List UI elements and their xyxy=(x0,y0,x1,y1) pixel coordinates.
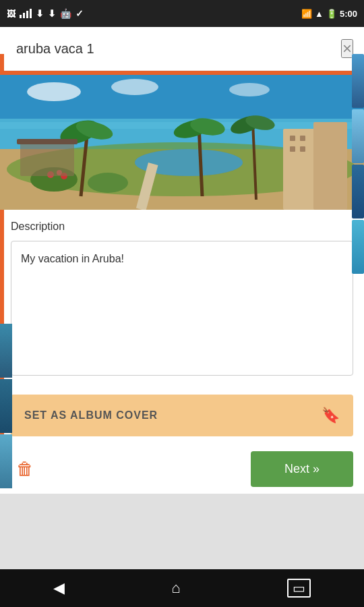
android-nav-bar: ◀ ⌂ ▭ xyxy=(0,569,364,607)
left-thumb-1 xyxy=(0,324,12,378)
thumb-3 xyxy=(352,165,364,219)
svg-rect-29 xyxy=(17,139,78,144)
thumb-1 xyxy=(352,54,364,108)
bar-chart-icon xyxy=(20,9,32,18)
title-bar: aruba vaca 1 × xyxy=(0,27,364,71)
cover-image xyxy=(0,75,364,210)
right-thumbnails xyxy=(352,54,364,432)
main-card: aruba vaca 1 × xyxy=(0,27,364,494)
album-title: aruba vaca 1 xyxy=(16,41,94,57)
home-nav-button[interactable]: ⌂ xyxy=(171,579,180,597)
description-input[interactable] xyxy=(11,241,353,376)
status-icons-left: 🖼 ⬇ ⬇ 🤖 ✓ xyxy=(7,8,84,19)
status-icons-right: 📶 ▲ 🔋 5:00 xyxy=(301,9,357,19)
bookmark-icon: 🔖 xyxy=(322,407,340,424)
signal-icon: ▲ xyxy=(315,9,324,19)
battery-icon: 🔋 xyxy=(326,9,337,19)
check-icon: ✓ xyxy=(75,8,84,19)
album-cover-label: SET AS ALBUM COVER xyxy=(24,409,158,422)
wifi-icon: 📶 xyxy=(301,9,312,19)
download2-icon: ⬇ xyxy=(48,8,56,19)
cover-svg xyxy=(0,75,364,210)
description-section: Description xyxy=(0,210,364,386)
trash-icon: 🗑 xyxy=(16,459,34,479)
svg-point-31 xyxy=(111,79,158,95)
left-thumb-3 xyxy=(0,434,12,488)
svg-rect-10 xyxy=(300,136,305,141)
description-label: Description xyxy=(11,221,353,233)
download-icon: ⬇ xyxy=(36,8,44,19)
next-button[interactable]: Next » xyxy=(251,451,353,487)
status-bar: 🖼 ⬇ ⬇ 🤖 ✓ 📶 ▲ 🔋 5:00 xyxy=(0,0,364,27)
back-icon: ◀ xyxy=(53,579,65,597)
svg-rect-8 xyxy=(313,122,347,210)
bottom-actions: 🗑 Next » xyxy=(0,444,364,494)
svg-point-30 xyxy=(27,82,81,101)
svg-rect-11 xyxy=(290,146,295,152)
home-icon: ⌂ xyxy=(171,579,180,597)
svg-rect-9 xyxy=(290,136,295,141)
svg-point-23 xyxy=(88,173,128,193)
back-nav-button[interactable]: ◀ xyxy=(53,579,65,597)
android-icon: 🤖 xyxy=(60,8,71,19)
svg-rect-12 xyxy=(300,146,305,152)
thumb-4 xyxy=(352,220,364,274)
recents-nav-button[interactable]: ▭ xyxy=(287,579,311,598)
svg-point-32 xyxy=(229,83,270,96)
set-album-cover-button[interactable]: SET AS ALBUM COVER 🔖 xyxy=(11,395,353,436)
delete-button[interactable]: 🗑 xyxy=(11,453,39,485)
recents-icon: ▭ xyxy=(287,579,311,598)
left-thumb-2 xyxy=(0,379,12,433)
image-icon: 🖼 xyxy=(7,9,16,19)
clock: 5:00 xyxy=(340,9,357,19)
left-thumbnails xyxy=(0,324,12,526)
thumb-2 xyxy=(352,109,364,163)
svg-rect-28 xyxy=(20,142,74,176)
